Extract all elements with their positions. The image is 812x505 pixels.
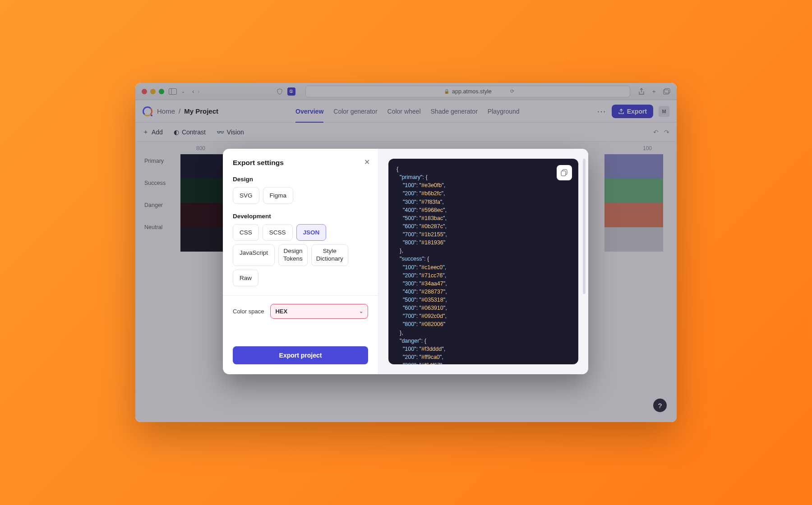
color-space-value: HEX [275,308,287,315]
group-label-development: Development [233,213,368,220]
divider [223,295,378,296]
group-label-design: Design [233,176,368,183]
export-settings-modal: ➜ Export settings ✕ Design SVG Figma Dev… [223,149,588,374]
help-button[interactable]: ? [653,399,667,412]
color-space-label: Color space [233,308,264,315]
copy-icon[interactable] [557,165,572,180]
export-option-scss[interactable]: SCSS [263,224,293,241]
chevron-down-icon: ⌄ [359,308,363,314]
color-space-row: Color space HEX ⌄ [233,304,368,319]
modal-settings-pane: ➜ Export settings ✕ Design SVG Figma Dev… [223,149,378,374]
export-option-style-dictionary[interactable]: StyleDictionary [311,244,348,266]
export-option-javascript[interactable]: JavaScript [233,244,275,266]
code-preview[interactable]: { "primary": { "100": "#e3e0fb", "200": … [388,159,578,364]
browser-window: ⌄ ‹ › ① 🔒 app.atmos.style ⟳ ＋ Home [135,83,677,422]
export-option-figma[interactable]: Figma [263,187,294,204]
svg-rect-5 [561,171,566,176]
export-option-raw[interactable]: Raw [233,270,258,286]
export-project-button[interactable]: Export project [233,346,368,364]
close-icon[interactable]: ✕ [364,158,370,166]
export-option-design-tokens[interactable]: DesignTokens [278,244,308,266]
export-option-svg[interactable]: SVG [233,187,259,204]
scrollbar[interactable] [583,159,586,294]
modal-preview-pane: { "primary": { "100": "#e3e0fb", "200": … [378,149,588,374]
modal-title: Export settings [233,159,368,167]
code-body: { "primary": { "100": "#e3e0fb", "200": … [397,165,570,364]
color-space-select[interactable]: HEX ⌄ [270,304,368,319]
export-option-css[interactable]: CSS [233,224,259,241]
export-option-json[interactable]: JSON [296,224,327,241]
